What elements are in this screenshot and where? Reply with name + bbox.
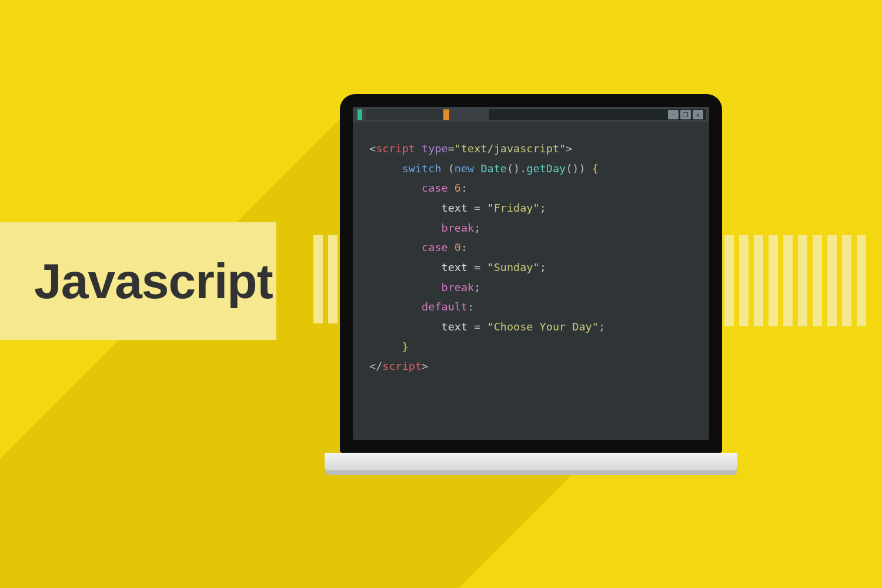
- code-token: getDay: [526, 162, 566, 175]
- code-token: =: [474, 261, 480, 273]
- code-token: "text/javascript": [455, 142, 566, 155]
- code-token: type: [422, 142, 448, 155]
- code-token: break: [442, 222, 475, 234]
- code-token: "Choose Your Day": [487, 320, 599, 333]
- code-token: text: [442, 202, 475, 214]
- code-token: ;: [540, 261, 546, 273]
- code-token: =: [448, 142, 455, 155]
- code-token: "Friday": [487, 202, 540, 214]
- page-title: Javascript: [34, 253, 273, 310]
- decor-bars-right: [724, 235, 866, 326]
- code-token: [480, 261, 487, 273]
- laptop-screen-bezel: − ❐ x <script type="text/javascript"> sw…: [340, 94, 722, 453]
- code-token: >: [566, 142, 572, 155]
- laptop-base: [325, 453, 737, 470]
- stage: Javascript − ❐ x: [0, 0, 882, 588]
- code-token: text: [442, 320, 475, 333]
- code-token: }: [402, 340, 409, 353]
- code-token: ;: [599, 320, 605, 333]
- code-token: "Sunday": [487, 261, 540, 273]
- code-token: ;: [540, 202, 546, 214]
- code-token: text: [442, 261, 475, 273]
- maximize-icon[interactable]: ❐: [680, 110, 691, 119]
- window-titlebar-field: − ❐ x: [489, 109, 706, 120]
- code-token: case: [422, 241, 448, 253]
- code-token: [480, 202, 487, 214]
- code-token: ;: [474, 222, 480, 234]
- minimize-icon[interactable]: −: [668, 110, 679, 119]
- code-token: switch: [402, 162, 442, 175]
- code-block: <script type="text/javascript"> switch (…: [369, 139, 605, 376]
- code-token: ;: [474, 281, 480, 293]
- laptop-base-lip: [325, 470, 737, 475]
- code-token: [448, 182, 455, 194]
- close-icon[interactable]: x: [693, 110, 703, 119]
- code-token: =: [474, 320, 480, 333]
- window-titlebar: − ❐ x: [353, 107, 709, 122]
- tab-indicator-orange: [443, 109, 449, 120]
- code-token: ().: [507, 162, 526, 175]
- code-token: [448, 241, 455, 253]
- code-token: </: [369, 360, 382, 372]
- code-token: script: [382, 360, 422, 372]
- code-token: [415, 142, 422, 155]
- code-token: 6: [455, 182, 461, 194]
- code-token: >: [422, 360, 428, 372]
- code-token: =: [474, 202, 480, 214]
- code-token: [474, 162, 480, 175]
- code-token: :: [467, 300, 474, 313]
- code-token: new: [455, 162, 474, 175]
- code-token: case: [422, 182, 448, 194]
- code-token: break: [442, 281, 475, 293]
- code-token: 0: [455, 241, 461, 253]
- code-token: script: [376, 142, 415, 155]
- tab-indicator-green: [358, 109, 362, 120]
- code-token: {: [592, 162, 599, 175]
- code-token: :: [461, 241, 467, 253]
- laptop: − ❐ x <script type="text/javascript"> sw…: [340, 94, 722, 475]
- code-editor-screen: − ❐ x <script type="text/javascript"> sw…: [353, 107, 709, 440]
- code-token: default: [422, 300, 467, 313]
- code-token: <: [369, 142, 376, 155]
- code-token: Date: [480, 162, 507, 175]
- code-token: (: [442, 162, 455, 175]
- code-token: :: [461, 182, 467, 194]
- code-token: [480, 320, 487, 333]
- title-panel: Javascript: [0, 222, 276, 340]
- code-token: ()): [566, 162, 592, 175]
